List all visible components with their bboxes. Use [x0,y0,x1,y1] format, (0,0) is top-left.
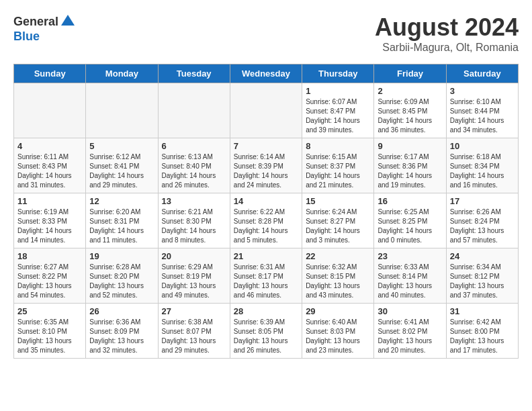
day-number: 10 [450,141,515,151]
day-number: 1 [306,86,370,96]
calendar-week-row: 18Sunrise: 6:27 AM Sunset: 8:22 PM Dayli… [14,248,519,304]
day-number: 3 [450,86,515,96]
calendar-cell: 4Sunrise: 6:11 AM Sunset: 8:43 PM Daylig… [14,138,86,193]
day-number: 14 [234,196,298,206]
cell-info: Sunrise: 6:26 AM Sunset: 8:24 PM Dayligh… [450,208,515,245]
cell-info: Sunrise: 6:39 AM Sunset: 8:05 PM Dayligh… [234,318,298,355]
day-number: 8 [306,141,370,151]
calendar-header-row: SundayMondayTuesdayWednesdayThursdayFrid… [14,64,519,83]
day-number: 6 [162,141,226,151]
calendar-day-header: Tuesday [158,64,230,83]
cell-info: Sunrise: 6:22 AM Sunset: 8:28 PM Dayligh… [234,208,298,245]
day-number: 16 [378,196,442,206]
day-number: 7 [234,141,298,151]
cell-info: Sunrise: 6:12 AM Sunset: 8:41 PM Dayligh… [89,152,154,190]
calendar-cell: 9Sunrise: 6:17 AM Sunset: 8:36 PM Daylig… [374,138,446,193]
calendar-cell: 2Sunrise: 6:09 AM Sunset: 8:45 PM Daylig… [374,83,446,138]
cell-info: Sunrise: 6:09 AM Sunset: 8:45 PM Dayligh… [378,97,442,135]
day-number: 11 [17,196,82,206]
calendar-day-header: Saturday [446,64,518,83]
cell-info: Sunrise: 6:28 AM Sunset: 8:20 PM Dayligh… [89,263,154,300]
cell-info: Sunrise: 6:21 AM Sunset: 8:30 PM Dayligh… [162,208,226,245]
calendar-day-header: Sunday [14,64,86,83]
day-number: 12 [89,196,154,206]
calendar-cell [86,83,158,138]
day-number: 15 [306,196,370,206]
cell-info: Sunrise: 6:40 AM Sunset: 8:03 PM Dayligh… [306,318,370,355]
day-number: 21 [234,251,298,261]
calendar-cell: 15Sunrise: 6:24 AM Sunset: 8:27 PM Dayli… [302,193,374,248]
day-number: 13 [162,196,226,206]
cell-info: Sunrise: 6:17 AM Sunset: 8:36 PM Dayligh… [378,152,442,190]
calendar-cell: 27Sunrise: 6:38 AM Sunset: 8:07 PM Dayli… [158,304,230,359]
day-number: 26 [89,306,154,316]
logo: General Blue [13,13,76,44]
calendar-day-header: Friday [374,64,446,83]
calendar-cell [230,83,302,138]
calendar-cell: 29Sunrise: 6:40 AM Sunset: 8:03 PM Dayli… [302,304,374,359]
calendar-cell: 23Sunrise: 6:33 AM Sunset: 8:14 PM Dayli… [374,248,446,304]
logo-icon [60,13,76,30]
calendar-cell: 24Sunrise: 6:34 AM Sunset: 8:12 PM Dayli… [446,248,518,304]
cell-info: Sunrise: 6:27 AM Sunset: 8:22 PM Dayligh… [17,263,82,300]
day-number: 30 [378,306,442,316]
day-number: 27 [162,306,226,316]
calendar-cell: 17Sunrise: 6:26 AM Sunset: 8:24 PM Dayli… [446,193,518,248]
svg-marker-0 [61,15,75,26]
calendar-cell: 8Sunrise: 6:15 AM Sunset: 8:37 PM Daylig… [302,138,374,193]
calendar-week-row: 4Sunrise: 6:11 AM Sunset: 8:43 PM Daylig… [14,138,519,193]
month-year-title: August 2024 [375,13,519,42]
day-number: 24 [450,251,515,261]
cell-info: Sunrise: 6:20 AM Sunset: 8:31 PM Dayligh… [89,208,154,245]
cell-info: Sunrise: 6:19 AM Sunset: 8:33 PM Dayligh… [17,208,82,245]
cell-info: Sunrise: 6:18 AM Sunset: 8:34 PM Dayligh… [450,152,515,190]
cell-info: Sunrise: 6:29 AM Sunset: 8:19 PM Dayligh… [162,263,226,300]
day-number: 5 [89,141,154,151]
logo-blue: Blue [13,30,40,44]
location-title: Sarbii-Magura, Olt, Romania [375,42,519,54]
calendar-cell: 11Sunrise: 6:19 AM Sunset: 8:33 PM Dayli… [14,193,86,248]
day-number: 25 [17,306,82,316]
calendar-cell [14,83,86,138]
calendar-cell: 19Sunrise: 6:28 AM Sunset: 8:20 PM Dayli… [86,248,158,304]
calendar-cell: 1Sunrise: 6:07 AM Sunset: 8:47 PM Daylig… [302,83,374,138]
cell-info: Sunrise: 6:11 AM Sunset: 8:43 PM Dayligh… [17,152,82,190]
calendar-cell: 12Sunrise: 6:20 AM Sunset: 8:31 PM Dayli… [86,193,158,248]
calendar-cell: 28Sunrise: 6:39 AM Sunset: 8:05 PM Dayli… [230,304,302,359]
page: General Blue August 2024 Sarbii-Magura, … [0,0,532,365]
day-number: 31 [450,306,515,316]
day-number: 9 [378,141,442,151]
cell-info: Sunrise: 6:31 AM Sunset: 8:17 PM Dayligh… [234,263,298,300]
day-number: 20 [162,251,226,261]
title-block: August 2024 Sarbii-Magura, Olt, Romania [375,13,519,54]
calendar-cell: 5Sunrise: 6:12 AM Sunset: 8:41 PM Daylig… [86,138,158,193]
calendar-cell: 3Sunrise: 6:10 AM Sunset: 8:44 PM Daylig… [446,83,518,138]
cell-info: Sunrise: 6:15 AM Sunset: 8:37 PM Dayligh… [306,152,370,190]
cell-info: Sunrise: 6:07 AM Sunset: 8:47 PM Dayligh… [306,97,370,135]
calendar-cell: 16Sunrise: 6:25 AM Sunset: 8:25 PM Dayli… [374,193,446,248]
logo-general: General [13,15,58,29]
calendar-cell: 22Sunrise: 6:32 AM Sunset: 8:15 PM Dayli… [302,248,374,304]
calendar-cell: 31Sunrise: 6:42 AM Sunset: 8:00 PM Dayli… [446,304,518,359]
cell-info: Sunrise: 6:34 AM Sunset: 8:12 PM Dayligh… [450,263,515,300]
day-number: 23 [378,251,442,261]
calendar-cell: 21Sunrise: 6:31 AM Sunset: 8:17 PM Dayli… [230,248,302,304]
cell-info: Sunrise: 6:14 AM Sunset: 8:39 PM Dayligh… [234,152,298,190]
cell-info: Sunrise: 6:13 AM Sunset: 8:40 PM Dayligh… [162,152,226,190]
cell-info: Sunrise: 6:36 AM Sunset: 8:09 PM Dayligh… [89,318,154,355]
calendar: SundayMondayTuesdayWednesdayThursdayFrid… [13,64,519,359]
cell-info: Sunrise: 6:41 AM Sunset: 8:02 PM Dayligh… [378,318,442,355]
calendar-week-row: 11Sunrise: 6:19 AM Sunset: 8:33 PM Dayli… [14,193,519,248]
day-number: 22 [306,251,370,261]
day-number: 18 [17,251,82,261]
header: General Blue August 2024 Sarbii-Magura, … [13,13,519,54]
calendar-cell: 25Sunrise: 6:35 AM Sunset: 8:10 PM Dayli… [14,304,86,359]
day-number: 28 [234,306,298,316]
calendar-cell: 14Sunrise: 6:22 AM Sunset: 8:28 PM Dayli… [230,193,302,248]
cell-info: Sunrise: 6:32 AM Sunset: 8:15 PM Dayligh… [306,263,370,300]
calendar-cell [158,83,230,138]
calendar-cell: 7Sunrise: 6:14 AM Sunset: 8:39 PM Daylig… [230,138,302,193]
calendar-day-header: Monday [86,64,158,83]
calendar-day-header: Thursday [302,64,374,83]
calendar-cell: 30Sunrise: 6:41 AM Sunset: 8:02 PM Dayli… [374,304,446,359]
